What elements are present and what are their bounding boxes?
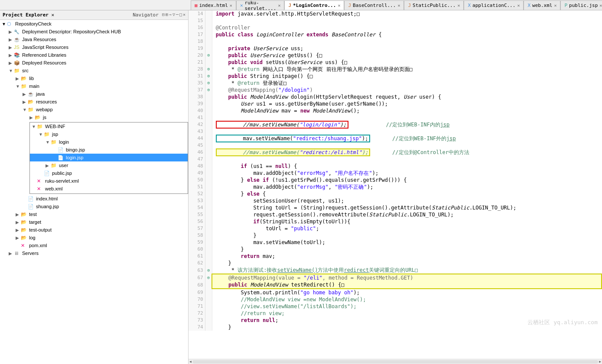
line-number: 39 [189,100,205,107]
code-line-69: 69 System.out.println("go home baby oh")… [189,289,602,296]
tree-container[interactable]: ▼ ⬡ RepositoryCheck ▶ 🔧 Deployment Descr… [0,20,188,364]
tree-item-lib[interactable]: ▶ 📂 lib [0,74,188,82]
line-content: System.out.println("go home baby oh"); [212,289,602,296]
tree-item-log[interactable]: ▶ 📂 log [0,234,188,242]
panel-icon-min[interactable]: ─ [176,12,179,18]
tree-item-pom-xml[interactable]: ✕ pom.xml [0,242,188,249]
code-line-62: 62 } [189,260,602,267]
line-marker [205,100,212,107]
code-line-18: 18 [189,38,602,45]
line-content: public void setUss(UserService uss) {□ [212,59,602,66]
tree-item-webinf[interactable]: ▼ 📁 WEB-INF [30,122,188,130]
tree-item-login-jsp[interactable]: 📄 login.jsp [30,154,188,161]
tree-item-main[interactable]: ▼ 📁 main [0,82,188,90]
close-icon[interactable]: ✕ [554,3,556,8]
line-number: 59 [189,239,205,246]
tree-item-webapp[interactable]: ▼ 📁 webapp [0,106,188,113]
panel-icon-collapse[interactable]: ⊟ [162,12,165,18]
project-label: RepositoryCheck [15,21,52,26]
test-output-icon: 📂 [21,227,28,233]
panel-icon-expand[interactable]: ⊞ [166,12,168,18]
close-icon[interactable]: ✕ [397,3,400,8]
line-content: //ModelAndView view =new ModelAndView(); [212,296,602,303]
scroll-track[interactable] [192,360,598,364]
java-res-label: Java Resources [22,37,56,42]
tree-item-js[interactable]: ▶ 📂 js [0,113,188,121]
code-line-55: 55 request.getSession().removeAttribute(… [189,211,602,218]
tree-item-root[interactable]: ▼ ⬡ RepositoryCheck [0,20,188,28]
tree-item-test[interactable]: ▶ 📂 test [0,210,188,218]
project-icon: ⬡ [7,21,14,27]
line-marker [205,170,212,177]
tab-ruku-servlet[interactable]: ✕ ruku-servlet.... ✕ [236,0,285,10]
line-marker [205,239,212,246]
close-icon[interactable]: ✕ [230,3,232,8]
main-layout: Project Explorer ✕ Navigator ⊟ ⊞ ⇒ ▽ ─ □… [0,10,602,364]
expand-arrow: ▶ [29,115,35,120]
code-line-71: 71 //view.setViewName("/listAllBoards"); [189,303,602,310]
line-content: String toUrl = (String)request.getSessio… [212,204,602,211]
line-number: 40 [189,107,205,114]
tab-static-public[interactable]: J StaticPublic... ✕ [404,0,464,10]
code-line-45: 45 [189,142,602,149]
tab-login-controller[interactable]: J *LoginContro... ✕ [284,0,344,10]
line-marker [205,93,212,100]
tree-item-test-output[interactable]: ▶ 📂 test-output [0,226,188,234]
tree-item-login-folder[interactable]: ▼ 📁 login [30,138,188,146]
tree-item-src[interactable]: ▼ 📁 src [0,67,188,74]
tab-web-xml[interactable]: X web.xml ✕ [524,0,560,10]
scroll-right-arrow[interactable]: ▶ [599,360,601,364]
tree-item-resources[interactable]: ▶ 📂 resources [0,98,188,106]
close-icon[interactable]: ✕ [278,3,280,8]
tree-item-index-html[interactable]: 📄 index.html [0,195,188,203]
tree-item-user-folder[interactable]: ▶ 📁 user [30,161,188,169]
tab-base-controller[interactable]: J BaseControll... ✕ [344,0,404,10]
close-icon[interactable]: ✕ [517,3,520,8]
tab-application-c[interactable]: X applicationC... ✕ [464,0,524,10]
line-number: 15 [189,17,205,24]
horizontal-scrollbar[interactable]: ◀ ▶ [189,359,602,364]
expand-arrow: ▶ [16,76,21,81]
tree-item-java-res[interactable]: ▶ ☕ Java Resources [0,35,188,43]
tree-item-ruku-xml[interactable]: ✕ ruku-servlet.xml [30,177,188,185]
panel-icon-close[interactable]: ✕ [183,12,185,18]
tree-item-target[interactable]: ▶ 📂 target [0,218,188,226]
panel-icon-link[interactable]: ⇒ [169,12,172,18]
tree-item-ref-libs[interactable]: ▶ 📚 Referenced Libraries [0,51,188,59]
panel-icon-max[interactable]: □ [179,12,182,18]
tree-item-dep-res[interactable]: ▶ 📦 Deployed Resources [0,59,188,67]
code-line-15: 15 [189,17,602,24]
tree-item-deployment[interactable]: ▶ 🔧 Deployment Descriptor: RepositoryChe… [0,28,188,35]
line-number: 57 [189,225,205,232]
line-marker [205,225,212,232]
tree-item-js-res[interactable]: ▶ JS JavaScript Resources [0,43,188,51]
tree-item-jsp[interactable]: ▼ 📁 jsp [30,130,188,138]
js-icon: 📂 [35,115,42,120]
tree-item-web-xml[interactable]: ✕ web.xml [30,185,188,193]
java-res-icon: ☕ [14,37,21,42]
tree-item-public-jsp[interactable]: 📄 public.jsp [30,169,188,177]
code-view[interactable]: 14 import javax.servlet.http.HttpServlet… [189,10,602,359]
tree-item-servers[interactable]: ▶ 🖥 Servers [0,249,188,257]
panel-icon-menu[interactable]: ▽ [172,12,175,18]
tree-item-bingo-jsp[interactable]: 📄 bingo.jsp [30,146,188,154]
shuang-jsp-label: shuang.jsp [36,204,59,209]
tab-index-html[interactable]: ■ index.html ✕ [191,0,236,10]
webinf-icon: 📁 [37,124,44,129]
tab-public-jsp[interactable]: P public.jsp ✕ [560,0,602,10]
tree-item-java[interactable]: ▶ ☕ java [0,90,188,98]
line-content: mav.setViewName(toUrl); [212,239,602,246]
close-icon[interactable]: ✕ [599,3,602,8]
expand-arrow: ▶ [9,251,14,256]
line-number: 44 [189,135,205,142]
tree-item-shuang-jsp[interactable]: 📄 shuang.jsp [0,203,188,210]
close-icon[interactable]: ✕ [457,3,460,8]
js-label: js [43,115,46,120]
scroll-left-arrow[interactable]: ◀ [189,360,192,364]
navigator-tab[interactable]: Navigator [130,12,161,18]
line-content: public UserService getUss() {□ [212,52,602,59]
close-icon[interactable]: ✕ [338,3,340,8]
target-label: target [29,219,41,225]
editor-area: 14 import javax.servlet.http.HttpServlet… [189,10,602,364]
watermark: 云栖社区 yq.aliyun.com [527,319,598,326]
